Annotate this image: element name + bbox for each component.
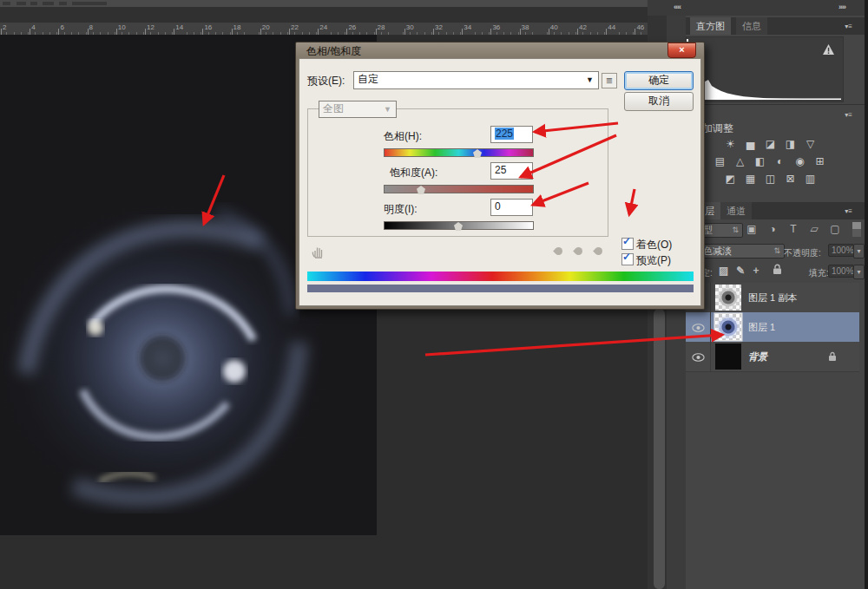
lock-transparency-icon[interactable]: ▨ — [719, 265, 728, 277]
lock-all-icon[interactable] — [773, 264, 782, 278]
lightness-input[interactable]: 0 — [490, 199, 533, 216]
hand-tool-icon[interactable] — [311, 245, 326, 261]
color-lookup-icon[interactable]: ⊞ — [812, 155, 828, 168]
ruler-tick — [202, 29, 203, 35]
adjustments-panel-menu-icon[interactable]: ▾≡ — [845, 111, 852, 119]
ruler-number: 4 — [31, 23, 35, 31]
eyedropper-icon[interactable] — [553, 245, 564, 257]
cancel-button[interactable]: 取消 — [624, 92, 694, 111]
toolbar-icon — [72, 2, 107, 5]
ruler-number: 34 — [464, 23, 471, 31]
collapse-dock-icon[interactable]: «« — [674, 3, 681, 11]
filter-shape-layers-icon[interactable]: ▱ — [807, 223, 821, 235]
ruler-number: 24 — [319, 23, 327, 31]
visibility-cell[interactable] — [686, 312, 711, 342]
histogram-panel-tabbar: 直方图 信息 ▾≡ — [686, 17, 865, 35]
check-icon: ✓ — [622, 235, 631, 247]
channel-dropdown[interactable]: 全图 ▼ — [319, 101, 397, 118]
hue-input[interactable]: 225 — [490, 126, 533, 143]
vertical-scrollbar[interactable] — [654, 309, 665, 589]
ruler-tick — [462, 29, 463, 35]
hue-saturation-dialog: 色相/饱和度 × 预设(E): 自定 ▼ ≣ 确定 取消 全图 ▼ 色相(H):… — [295, 42, 705, 310]
ruler-number: 26 — [348, 23, 356, 31]
channel-mixer-icon[interactable]: ◉ — [792, 155, 808, 168]
layer-row[interactable]: 图层 1 副本 — [686, 283, 859, 313]
hue-label: 色相(H): — [384, 129, 422, 144]
document-tab-band — [0, 7, 648, 23]
saturation-input[interactable]: 25 — [490, 162, 533, 180]
visibility-cell[interactable] — [686, 342, 711, 371]
chevron-down-icon: ▼ — [384, 103, 391, 116]
horizontal-ruler: 2468101214161820222426283032343638404244… — [0, 23, 648, 36]
preset-options-icon[interactable]: ≣ — [602, 73, 617, 88]
threshold-icon[interactable]: ◫ — [762, 173, 779, 186]
brightness-contrast-icon[interactable]: ☀ — [722, 138, 739, 151]
levels-icon[interactable]: ▅ — [742, 138, 759, 151]
filter-pixel-layers-icon[interactable]: ▣ — [745, 223, 759, 235]
tab-info[interactable]: 信息 — [736, 17, 767, 35]
tab-histogram[interactable]: 直方图 — [690, 17, 731, 35]
eyedropper-add-icon[interactable] — [573, 245, 584, 257]
invert-icon[interactable]: ◩ — [722, 173, 739, 186]
ruler-number: 38 — [522, 23, 529, 31]
histogram-curve — [687, 37, 841, 100]
tab-channels[interactable]: 通道 — [720, 202, 752, 219]
ruler-number: 14 — [175, 23, 183, 31]
eye-icon[interactable] — [692, 352, 705, 364]
gradient-map-icon[interactable]: ⊠ — [782, 173, 799, 186]
ruler-number: 44 — [608, 23, 615, 31]
ruler-tick — [116, 29, 117, 35]
hue-saturation-icon[interactable]: ▤ — [712, 155, 728, 168]
ruler-number: 40 — [550, 23, 558, 31]
ruler-tick — [549, 29, 549, 35]
layer-name: 背景 — [748, 350, 767, 363]
exposure-icon[interactable]: ◨ — [782, 138, 799, 151]
adjustments-row: ☀▅◪◨▽ — [722, 138, 828, 151]
dialog-title: 色相/饱和度 — [306, 44, 361, 59]
close-icon[interactable]: × — [667, 43, 696, 58]
layers-panel-menu-icon[interactable]: ▾≡ — [845, 207, 852, 215]
layer-row[interactable]: 图层 1 — [686, 312, 859, 343]
filter-toggle-icon[interactable] — [852, 222, 861, 237]
preset-dropdown[interactable]: 自定 ▼ — [353, 71, 599, 89]
layer-thumbnail[interactable] — [715, 285, 741, 311]
photo-filter-icon[interactable]: ◐ — [772, 155, 788, 168]
expand-dock-icon[interactable]: »» — [838, 3, 845, 11]
layer-thumbnail[interactable] — [715, 314, 741, 340]
selective-color-icon[interactable]: ▥ — [802, 173, 819, 186]
lock-move-icon[interactable]: + — [753, 265, 759, 277]
histogram-warning-icon[interactable] — [823, 44, 834, 55]
toolbar-icon — [30, 2, 37, 5]
panel-column: 直方图 信息 ▾≡ ▾≡ 添加调整 ☀▅◪◨▽▤△◧◐◉⊞◩▦◫⊠▥ 图层 通道… — [686, 16, 865, 589]
curves-icon[interactable]: ◪ — [762, 138, 779, 151]
layer-thumbnail[interactable] — [715, 344, 741, 370]
fill-dropdown-icon[interactable]: ▾ — [853, 265, 865, 279]
vibrance-icon[interactable]: ▽ — [802, 138, 819, 151]
ruler-number: 20 — [262, 23, 270, 31]
photoshop-window: { "app": { "ruler_numbers": ["2","4","6"… — [0, 0, 868, 589]
ok-button[interactable]: 确定 — [624, 71, 694, 90]
eyedropper-subtract-icon[interactable] — [593, 245, 604, 257]
opacity-value[interactable]: 100% — [828, 244, 854, 257]
histogram-panel-menu-icon[interactable]: ▾≡ — [845, 23, 852, 30]
filter-smart-objects-icon[interactable]: ▢ — [828, 223, 842, 235]
color-balance-icon[interactable]: △ — [732, 155, 748, 168]
saturation-slider-track[interactable] — [384, 185, 534, 193]
fill-value[interactable]: 100% — [828, 265, 854, 278]
hue-slider-track[interactable] — [384, 148, 534, 157]
layer-row[interactable]: 背景 — [686, 342, 859, 372]
window-edge — [865, 0, 868, 589]
opacity-dropdown-icon[interactable]: ▾ — [853, 244, 865, 259]
ruler-tick — [318, 29, 319, 35]
chevron-down-icon: ▼ — [586, 74, 594, 87]
filter-adjustment-layers-icon[interactable]: ◑ — [766, 223, 779, 235]
lock-paint-icon[interactable]: ✎ — [736, 265, 745, 277]
adjustments-row: ▤△◧◐◉⊞ — [712, 155, 828, 168]
posterize-icon[interactable]: ▦ — [742, 173, 759, 186]
black-white-icon[interactable]: ◧ — [752, 155, 768, 168]
eye-icon[interactable] — [692, 323, 705, 335]
ruler-number: 12 — [147, 23, 155, 31]
colorize-checkbox[interactable]: ✓ — [621, 238, 634, 250]
preview-checkbox[interactable]: ✓ — [621, 253, 634, 265]
filter-type-layers-icon[interactable]: T — [786, 223, 800, 235]
